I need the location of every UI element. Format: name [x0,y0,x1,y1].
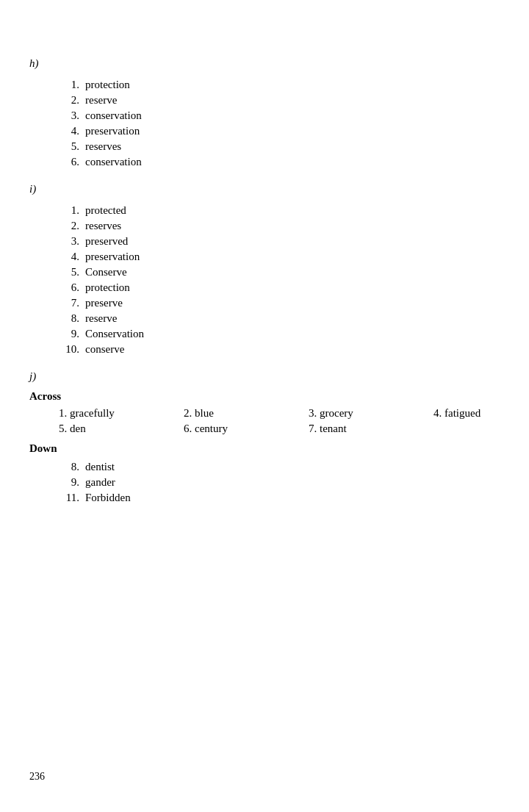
list-num: 3. [59,235,79,248]
list-item: 9.Conservation [29,326,500,342]
across-item: 2. blue [184,407,309,420]
list-item: 1.protection [29,77,500,93]
list-item: 7.preserve [29,295,500,311]
list-num: 3. [59,109,79,122]
list-num: 4. [59,125,79,137]
list-text: conservation [85,156,500,168]
down-num: 11. [59,492,79,504]
down-list: 8.dentist9.gander11.Forbidden [29,459,500,506]
list-item: 8.reserve [29,311,500,326]
list-text: preservation [85,251,500,263]
list-item: 3.conservation [29,108,500,123]
list-text: reserve [85,312,500,325]
list-text: preserved [85,235,500,248]
list-item: 8.dentist [29,459,500,475]
list-text: preservation [85,125,500,137]
list-text: preserve [85,297,500,309]
across-item: 6. century [184,423,309,435]
across-label: Across [29,390,500,403]
section-h: h) 1.protection2.reserve3.conservation4.… [29,57,500,170]
list-item: 11.Forbidden [29,490,500,506]
list-num: 8. [59,312,79,325]
list-text: Conservation [85,328,500,340]
across-item: 5. den [59,423,184,435]
list-text: reserves [85,140,500,153]
list-item: 10.conserve [29,342,500,357]
list-num: 10. [59,343,79,356]
list-text: reserve [85,94,500,107]
list-text: Conserve [85,266,500,279]
list-num: 2. [59,94,79,107]
down-label: Down [29,442,500,455]
across-item: 3. grocery [309,407,433,420]
list-item: 5.Conserve [29,265,500,280]
list-text: gander [85,476,500,489]
list-text: reserves [85,220,500,232]
list-num: 7. [59,297,79,309]
list-item: 6.protection [29,280,500,295]
list-num: 5. [59,266,79,279]
list-item: 6.conservation [29,154,500,170]
list-item: 4.preservation [29,123,500,139]
across-item: 1. gracefully [59,407,184,420]
list-item: 5.reserves [29,139,500,154]
section-i-label: i) [29,183,500,195]
section-i-list: 1.protected2.reserves3.preserved4.preser… [29,203,500,357]
list-num: 2. [59,220,79,232]
list-item: 9.gander [29,475,500,490]
section-j-label: j) [29,370,500,383]
list-text: Forbidden [85,492,500,504]
list-item: 1.protected [29,203,500,218]
list-text: dentist [85,461,500,473]
list-num: 6. [59,281,79,294]
across-item: 7. tenant [309,423,433,435]
list-text: protection [85,79,500,91]
section-j: j) Across 1. gracefully2. blue3. grocery… [29,370,500,506]
list-text: conservation [85,109,500,122]
list-num: 1. [59,204,79,217]
page-number: 236 [29,771,45,783]
list-item: 2.reserve [29,93,500,108]
list-item: 2.reserves [29,218,500,234]
list-num: 1. [59,79,79,91]
section-h-list: 1.protection2.reserve3.conservation4.pre… [29,77,500,170]
list-num: 9. [59,328,79,340]
list-text: protected [85,204,500,217]
list-text: conserve [85,343,500,356]
list-num: 4. [59,251,79,263]
section-i: i) 1.protected2.reserves3.preserved4.pre… [29,183,500,357]
list-item: 4.preservation [29,249,500,265]
list-text: protection [85,281,500,294]
across-item: 4. fatigued [433,407,529,420]
down-num: 8. [59,461,79,473]
down-num: 9. [59,476,79,489]
list-num: 6. [59,156,79,168]
section-h-label: h) [29,57,500,70]
list-num: 5. [59,140,79,153]
list-item: 3.preserved [29,234,500,249]
across-grid: 1. gracefully2. blue3. grocery4. fatigue… [29,407,500,435]
